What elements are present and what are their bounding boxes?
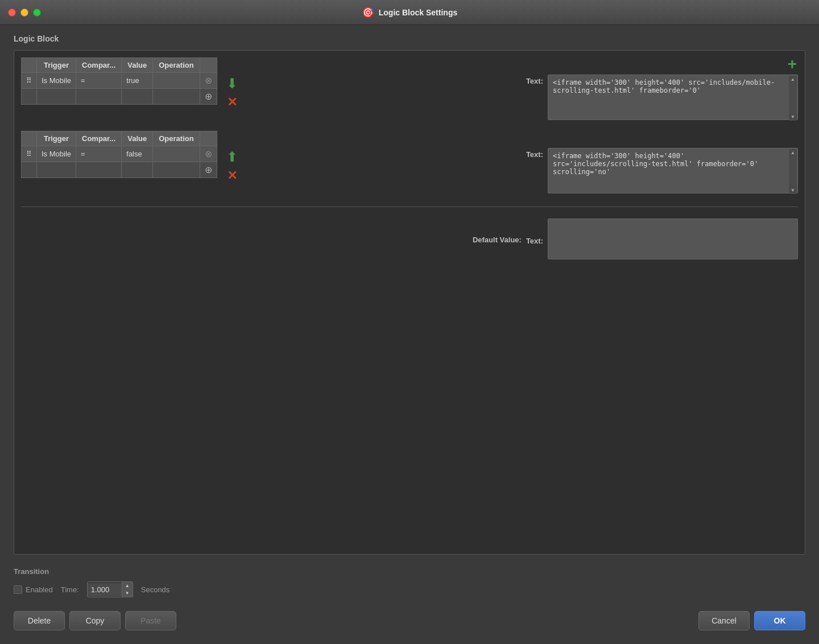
seconds-label: Seconds — [141, 585, 170, 594]
title-text: Logic Block Settings — [379, 8, 457, 17]
operation-cell-2-1[interactable] — [153, 146, 200, 162]
comparison-cell-1-1[interactable]: = — [76, 73, 122, 89]
empty-trigger-2 — [37, 162, 76, 178]
add-row-icon[interactable]: ⊕ — [205, 92, 212, 101]
add-row-1[interactable]: ⊕ — [200, 89, 217, 105]
delete-icon[interactable]: ⊗ — [205, 76, 212, 85]
enabled-checkbox-wrapper: Enabled — [14, 585, 53, 594]
rule-2-textarea-container: <iframe width='300' height='400' src='in… — [548, 148, 798, 195]
ok-button[interactable]: OK — [754, 611, 805, 630]
paste-button[interactable]: Paste — [125, 611, 176, 630]
rule-2-text-row: Text: <iframe width='300' height='400' s… — [526, 148, 798, 195]
transition-section: Transition Enabled Time: ▲ ▼ Seconds — [14, 562, 805, 603]
scroll-down-icon[interactable]: ▼ — [791, 114, 795, 119]
col-header-drag — [22, 58, 37, 73]
remove-rule-button-2[interactable]: ✕ — [227, 168, 237, 183]
rule-1-text-area: Text: <iframe width='300' height='400' s… — [526, 75, 798, 122]
drag-handle-2-1[interactable]: ⠿ — [22, 146, 37, 162]
add-rule-button[interactable]: + — [788, 56, 797, 72]
rule-2-scrollbar[interactable]: ▲ ▼ — [789, 149, 797, 194]
rule-1-text-row: Text: <iframe width='300' height='400' s… — [526, 75, 798, 122]
add-row-icon-2[interactable]: ⊕ — [205, 165, 212, 175]
left-button-group: Delete Copy Paste — [14, 611, 176, 630]
col-header-value-2: Value — [122, 131, 153, 146]
default-text-label: Text: — [526, 234, 543, 245]
remove-rule-button-1[interactable]: ✕ — [227, 95, 237, 110]
minimize-button[interactable] — [20, 9, 28, 16]
operation-cell-1-1[interactable] — [153, 73, 200, 89]
scroll-up-icon-2[interactable]: ▲ — [791, 150, 795, 155]
rule-1-text-label: Text: — [526, 75, 543, 85]
rule-1-scrollbar[interactable]: ▲ ▼ — [789, 76, 797, 121]
empty-op-2 — [153, 162, 200, 178]
spinner-up-button[interactable]: ▲ — [122, 582, 133, 589]
copy-button[interactable]: Copy — [69, 611, 121, 630]
logic-block-area: + Trigger Compar... Value Operation — [14, 50, 805, 555]
window-controls — [8, 9, 41, 16]
empty-drag-2 — [22, 162, 37, 178]
enabled-label: Enabled — [26, 585, 53, 594]
rule-1-textarea[interactable]: <iframe width='300' height='400' src='in… — [548, 75, 798, 120]
delete-row-2-1[interactable]: ⊗ — [200, 146, 217, 162]
empty-op-1 — [153, 89, 200, 105]
right-button-group: Cancel OK — [698, 611, 805, 630]
scroll-up-icon[interactable]: ▲ — [791, 77, 795, 82]
time-label: Time: — [61, 585, 79, 594]
empty-comp-2 — [76, 162, 122, 178]
enabled-checkbox[interactable] — [14, 585, 22, 594]
col-header-trigger-1: Trigger — [37, 58, 76, 73]
rule-2-table-container: Trigger Compar... Value Operation ⠿ Is M… — [21, 131, 217, 178]
trigger-cell-1-1[interactable]: Is Mobile — [37, 73, 76, 89]
col-header-del-2 — [200, 131, 217, 146]
bottom-buttons: Delete Copy Paste Cancel OK — [14, 603, 805, 635]
maximize-button[interactable] — [33, 9, 41, 16]
rule-2-condition-table: Trigger Compar... Value Operation ⠿ Is M… — [21, 131, 217, 178]
close-button[interactable] — [8, 9, 16, 16]
value-cell-2-1[interactable]: false — [122, 146, 153, 162]
delete-button[interactable]: Delete — [14, 611, 65, 630]
empty-drag-1 — [22, 89, 37, 105]
delete-icon-2[interactable]: ⊗ — [205, 149, 212, 159]
rule-2-text-label: Text: — [526, 148, 543, 159]
scroll-down-icon-2[interactable]: ▼ — [791, 188, 795, 193]
spinner-down-button[interactable]: ▼ — [122, 589, 133, 597]
time-spinner: ▲ ▼ — [122, 582, 133, 597]
move-down-button-1[interactable]: ⬇ — [226, 76, 238, 92]
empty-comp-1 — [76, 89, 122, 105]
cancel-button[interactable]: Cancel — [698, 611, 750, 630]
empty-val-1 — [122, 89, 153, 105]
time-input[interactable] — [88, 583, 122, 596]
rule-1-textarea-container: <iframe width='300' height='400' src='in… — [548, 75, 798, 122]
drag-handle-1-1[interactable]: ⠿ — [22, 73, 37, 89]
trigger-cell-2-1[interactable]: Is Mobile — [37, 146, 76, 162]
main-content: Logic Block + Trigger Compar... Value Op… — [0, 25, 819, 644]
col-header-comparison-1: Compar... — [76, 58, 122, 73]
rule-2-textarea[interactable]: <iframe width='300' height='400' src='in… — [548, 148, 798, 193]
rule-2-actions: ⬆ ✕ — [226, 131, 238, 183]
rule-2-text-area: Text: <iframe width='300' height='400' s… — [526, 148, 798, 195]
col-header-comparison-2: Compar... — [76, 131, 122, 146]
default-value-textarea[interactable] — [548, 218, 798, 259]
empty-trigger-1 — [37, 89, 76, 105]
rule-1-table-container: Trigger Compar... Value Operation ⠿ Is M… — [21, 57, 217, 105]
table-row: ⊕ — [22, 89, 217, 105]
value-cell-1-1[interactable]: true — [122, 73, 153, 89]
default-value-textarea-container — [548, 218, 798, 261]
col-header-operation-2: Operation — [153, 131, 200, 146]
add-row-2[interactable]: ⊕ — [200, 162, 217, 178]
comparison-cell-2-1[interactable]: = — [76, 146, 122, 162]
transition-controls: Enabled Time: ▲ ▼ Seconds — [14, 581, 805, 597]
title-icon: 🎯 — [362, 6, 374, 19]
empty-val-2 — [122, 162, 153, 178]
title-bar: 🎯 Logic Block Settings — [0, 0, 819, 25]
rule-block-1: Trigger Compar... Value Operation ⠿ Is M… — [21, 57, 798, 122]
col-header-del-1 — [200, 58, 217, 73]
table-row: ⠿ Is Mobile = true ⊗ — [22, 73, 217, 89]
section-title: Logic Block — [14, 34, 805, 43]
col-header-drag-2 — [22, 131, 37, 146]
time-input-wrapper: ▲ ▼ — [87, 581, 133, 597]
delete-row-1-1[interactable]: ⊗ — [200, 73, 217, 89]
move-up-button-2[interactable]: ⬆ — [226, 149, 238, 165]
rule-1-actions: ⬇ ✕ — [226, 57, 238, 110]
col-header-operation-1: Operation — [153, 58, 200, 73]
